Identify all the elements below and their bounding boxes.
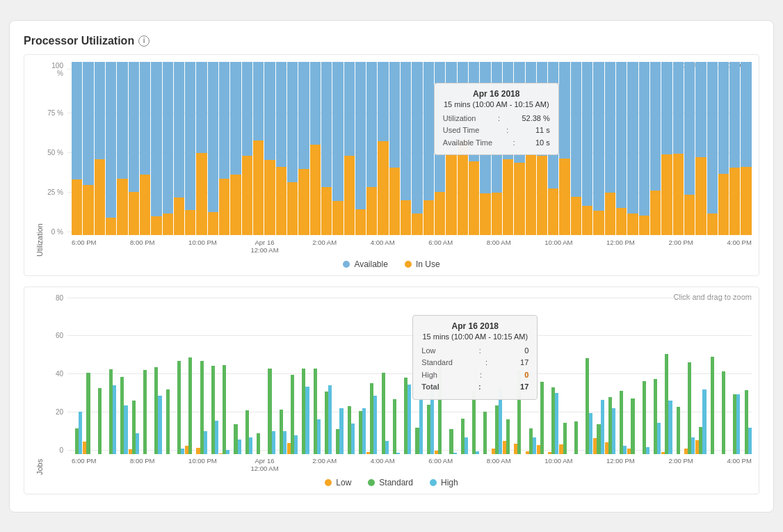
- bar-group: [174, 62, 184, 236]
- bar-available: [650, 62, 661, 191]
- bar-high: [668, 401, 672, 453]
- bar-inuse: [435, 192, 445, 236]
- bar-inuse: [401, 200, 411, 236]
- bar-group2: [401, 294, 411, 454]
- bar-inuse: [230, 175, 241, 235]
- bar-group2: [503, 294, 513, 454]
- chart1-legend: Available In Use: [31, 259, 752, 269]
- bar-group: [355, 62, 366, 236]
- bar-standard: [393, 399, 396, 453]
- bar-group: [412, 62, 422, 236]
- bar-available: [480, 62, 490, 194]
- bar-high: [589, 413, 592, 453]
- bar-available: [435, 62, 445, 192]
- bar-group2: [673, 294, 684, 454]
- bar-group2: [446, 294, 456, 454]
- x-label: 6:00 AM: [428, 239, 453, 254]
- bar-available: [129, 62, 139, 192]
- bar-inuse: [571, 197, 581, 235]
- bar-group2: [559, 294, 570, 454]
- legend-dot-standard: [368, 479, 375, 486]
- bar-group2: [661, 294, 672, 454]
- x-label: 12:00 PM: [606, 457, 635, 472]
- bar-inuse: [219, 179, 229, 235]
- bar-inuse: [548, 188, 558, 236]
- bar-group: [366, 62, 377, 236]
- bar-inuse: [537, 156, 547, 236]
- bar-available: [593, 62, 604, 211]
- bar-group2: [718, 294, 729, 454]
- bar-available: [378, 62, 388, 142]
- bar-inuse: [163, 213, 173, 235]
- bar-high: [249, 437, 252, 453]
- bar-group2: [639, 294, 649, 454]
- bar-group2: [650, 294, 661, 454]
- bar-group: [276, 62, 286, 236]
- bar-inuse: [650, 191, 661, 235]
- bar-inuse: [140, 175, 150, 236]
- bar-available: [503, 62, 513, 160]
- bar-group: [185, 62, 195, 236]
- bar-available: [469, 62, 479, 162]
- bar-high: [294, 435, 298, 454]
- bar-inuse: [673, 154, 684, 236]
- x-label: 8:00 AM: [487, 239, 511, 254]
- bar-group: [95, 62, 105, 236]
- bar-group: [72, 62, 82, 236]
- legend-available-label: Available: [354, 259, 387, 269]
- bar-standard: [188, 357, 192, 453]
- bar-available: [389, 62, 400, 168]
- x-label: 8:00 AM: [487, 457, 511, 472]
- bar-inuse: [95, 159, 105, 236]
- bar-standard: [711, 357, 714, 454]
- bar-group: [106, 62, 116, 236]
- bar-inuse: [503, 159, 513, 235]
- bar-inuse: [458, 140, 468, 235]
- bar-available: [514, 62, 524, 163]
- bar-group: [741, 62, 751, 236]
- legend-inuse-label: In Use: [416, 259, 440, 269]
- x-label: Apr 1612:00 AM: [250, 457, 278, 472]
- bar-group2: [593, 294, 604, 454]
- bar-available: [605, 62, 615, 193]
- bar-group2: [264, 294, 275, 454]
- bar-standard: [223, 365, 226, 454]
- bar-inuse: [707, 213, 718, 235]
- bar-inuse: [321, 187, 332, 235]
- bar-inuse: [446, 154, 456, 235]
- bar-standard: [166, 389, 170, 453]
- bar-available: [718, 62, 729, 174]
- bar-group: [83, 62, 93, 236]
- chart1-container[interactable]: Click and drag to zoom Utilization 100 %…: [24, 54, 759, 276]
- bar-group: [423, 62, 434, 236]
- bar-standard: [472, 391, 476, 453]
- x-label: 4:00 AM: [371, 457, 395, 472]
- bar-inuse: [129, 192, 139, 236]
- bar-available: [321, 62, 332, 188]
- bar-group2: [458, 294, 468, 454]
- legend-dot-high: [430, 479, 437, 486]
- x-label: 10:00 PM: [188, 457, 217, 472]
- chart2-container[interactable]: Click and drag to zoom Jobs 80 60 40 20 …: [24, 287, 759, 494]
- bar-inuse: [185, 210, 195, 236]
- legend-low-label: Low: [336, 478, 351, 487]
- bar-group2: [469, 294, 479, 454]
- bar-group: [151, 62, 161, 236]
- bar-high: [328, 385, 332, 453]
- bar-high: [736, 394, 740, 453]
- bar-group: [616, 62, 627, 236]
- x-label: 8:00 PM: [130, 457, 154, 472]
- bar-group2: [287, 294, 298, 454]
- info-icon[interactable]: i: [138, 35, 150, 47]
- bar-group2: [605, 294, 615, 454]
- chart2-legend: Low Standard High: [31, 478, 752, 487]
- bar-available: [366, 62, 377, 187]
- bar-available: [559, 62, 570, 159]
- bar-group: [571, 62, 581, 236]
- bar-standard: [722, 371, 725, 453]
- bar-group: [230, 62, 241, 236]
- bar-group2: [571, 294, 581, 454]
- bar-high: [283, 431, 286, 454]
- bar-available: [446, 62, 456, 154]
- bar-available: [639, 62, 649, 216]
